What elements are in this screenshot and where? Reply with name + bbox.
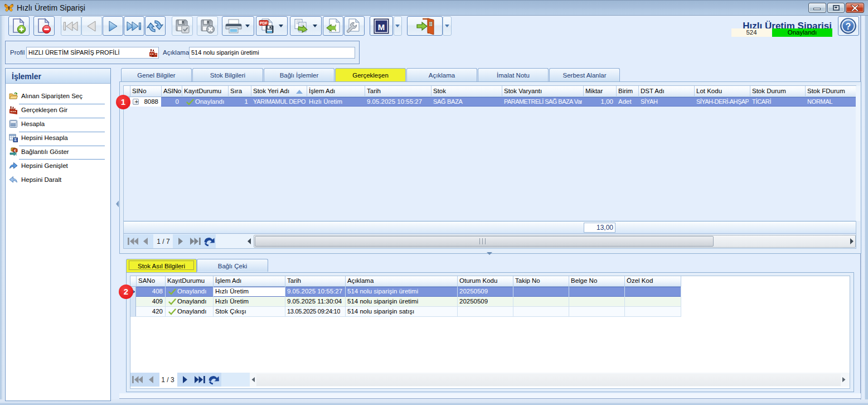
svg-text:Σ: Σ (14, 138, 17, 142)
svg-text:PDF: PDF (260, 21, 268, 25)
svg-text:M: M (378, 22, 385, 32)
svg-text:?: ? (846, 22, 851, 31)
svg-text:€: € (14, 149, 16, 152)
